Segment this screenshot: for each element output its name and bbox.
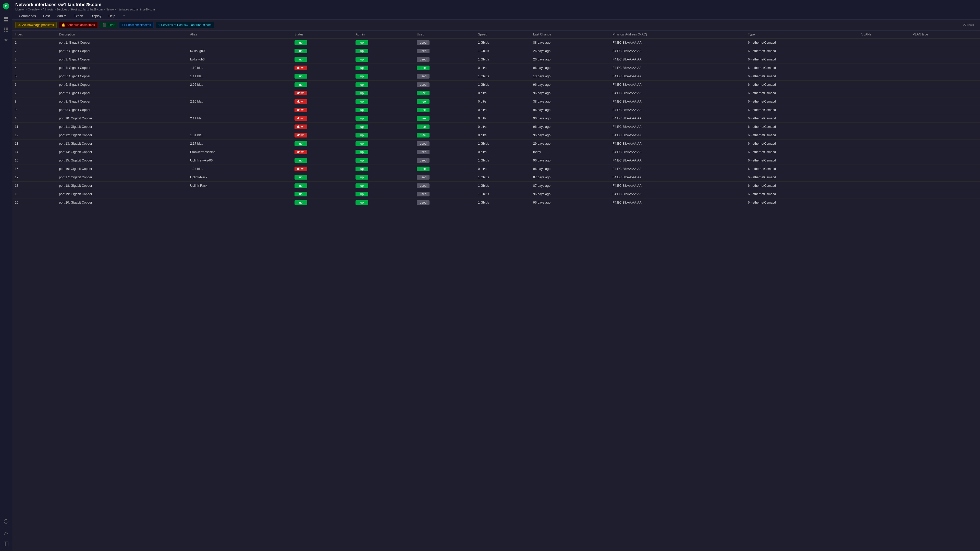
cell-last-change: 96 days ago	[531, 81, 610, 89]
cell-alias: 1.24 blau	[188, 165, 292, 173]
cell-vlans	[859, 72, 910, 81]
nav-host[interactable]: Host	[39, 13, 53, 19]
warning-icon: ⚠	[18, 23, 21, 27]
cell-vlan-type	[910, 97, 980, 106]
table-row[interactable]: 17 port 17: Gigabit Copper Uplink-Rack u…	[12, 173, 980, 182]
cell-description: port 6: Gigabit Copper	[56, 81, 188, 89]
schedule-btn[interactable]: 🔔 Schedule downtimes	[59, 22, 98, 28]
filter-btn[interactable]: ⬛ Filter	[100, 22, 118, 28]
cell-vlan-type	[910, 106, 980, 114]
cell-used: free	[414, 97, 476, 106]
cell-speed: 1 Gbit/s	[476, 190, 531, 198]
cell-status: up	[292, 156, 353, 165]
cell-type: 6 - ethernetCsmacd	[745, 106, 859, 114]
cell-speed: 0 bit/s	[476, 64, 531, 72]
col-index: Index	[12, 30, 56, 38]
table-container[interactable]: Index Description Alias Status Admin Use…	[12, 30, 980, 551]
cell-type: 6 - ethernetCsmacd	[745, 123, 859, 131]
svg-rect-12	[4, 30, 5, 32]
info-icon[interactable]: i	[2, 517, 10, 526]
nav-addto[interactable]: Add to	[53, 13, 70, 19]
cell-alias: Uplink-Rack	[188, 173, 292, 182]
svg-rect-4	[4, 20, 6, 21]
cell-last-change: today	[531, 148, 610, 156]
svg-rect-8	[7, 27, 8, 29]
table-row[interactable]: 18 port 18: Gigabit Copper Uplink-Rack u…	[12, 182, 980, 190]
cell-speed: 1 Gbit/s	[476, 47, 531, 56]
table-row[interactable]: 7 port 7: Gigabit Copper down up free 0 …	[12, 89, 980, 97]
nav-display[interactable]: Display	[87, 13, 105, 19]
table-row[interactable]: 8 port 8: Gigabit Copper 2.10 blau down …	[12, 97, 980, 106]
cell-index: 11	[12, 123, 56, 131]
cell-admin: up	[353, 56, 414, 64]
table-row[interactable]: 15 port 15: Gigabit Copper Uplink sw-ks-…	[12, 156, 980, 165]
settings-icon[interactable]	[2, 36, 10, 44]
table-row[interactable]: 9 port 9: Gigabit Copper down up free 0 …	[12, 106, 980, 114]
cell-vlans	[859, 198, 910, 207]
svg-rect-11	[7, 29, 8, 30]
cell-type: 6 - ethernetCsmacd	[745, 114, 859, 123]
checkboxes-btn[interactable]: ☐ Show checkboxes	[119, 22, 154, 28]
cell-index: 10	[12, 114, 56, 123]
logo[interactable]: C	[2, 2, 10, 10]
table-row[interactable]: 6 port 6: Gigabit Copper 2.05 blau up up…	[12, 81, 980, 89]
col-description: Description	[56, 30, 188, 38]
acknowledge-btn[interactable]: ⚠ Acknowledge problems	[15, 22, 57, 28]
table-row[interactable]: 16 port 16: Gigabit Copper 1.24 blau dow…	[12, 165, 980, 173]
cell-vlan-type	[910, 38, 980, 47]
cell-used: used	[414, 182, 476, 190]
cell-type: 6 - ethernetCsmacd	[745, 81, 859, 89]
table-row[interactable]: 4 port 4: Gigabit Copper 1.10 blau down …	[12, 64, 980, 72]
cell-index: 1	[12, 38, 56, 47]
table-row[interactable]: 3 port 3: Gigabit Copper fw-ks-igb3 up u…	[12, 56, 980, 64]
table-row[interactable]: 2 port 2: Gigabit Copper fw-ks-igb0 up u…	[12, 47, 980, 56]
table-row[interactable]: 20 port 20: Gigabit Copper up up used 1 …	[12, 198, 980, 207]
cell-status: down	[292, 165, 353, 173]
services-btn[interactable]: ℹ Services of Host sw1.lan.tribe29.com	[156, 22, 214, 28]
cell-type: 6 - ethernetCsmacd	[745, 47, 859, 56]
cell-last-change: 96 days ago	[531, 106, 610, 114]
grid-icon[interactable]	[2, 25, 10, 34]
user-icon[interactable]	[2, 529, 10, 537]
nav-commands[interactable]: Commands	[15, 13, 39, 19]
svg-point-18	[5, 531, 7, 533]
cell-mac: F4:EC:38:AA:AA:AA	[610, 140, 745, 148]
cell-used: free	[414, 106, 476, 114]
cell-used: used	[414, 156, 476, 165]
table-row[interactable]: 11 port 11: Gigabit Copper down up free …	[12, 123, 980, 131]
cell-used: free	[414, 131, 476, 140]
cell-mac: F4:EC:38:AA:AA:AA	[610, 114, 745, 123]
cell-status: down	[292, 64, 353, 72]
nav-export[interactable]: Export	[70, 13, 87, 19]
cell-used: used	[414, 190, 476, 198]
cell-mac: F4:EC:38:AA:AA:AA	[610, 182, 745, 190]
table-row[interactable]: 1 port 1: Gigabit Copper up up used 1 Gb…	[12, 38, 980, 47]
cell-alias: 1.01 blau	[188, 131, 292, 140]
nav-collapse[interactable]: ⌃	[119, 13, 129, 19]
sidebar-toggle-icon[interactable]	[2, 540, 10, 548]
cell-description: port 19: Gigabit Copper	[56, 190, 188, 198]
cell-vlans	[859, 47, 910, 56]
cell-type: 6 - ethernetCsmacd	[745, 156, 859, 165]
cell-status: up	[292, 72, 353, 81]
table-row[interactable]: 13 port 13: Gigabit Copper 2.17 blau up …	[12, 140, 980, 148]
cell-vlan-type	[910, 81, 980, 89]
table-row[interactable]: 12 port 12: Gigabit Copper 1.01 blau dow…	[12, 131, 980, 140]
nav-help[interactable]: Help	[105, 13, 119, 19]
table-row[interactable]: 5 port 5: Gigabit Copper 1.11 blau up up…	[12, 72, 980, 81]
cell-speed: 1 Gbit/s	[476, 72, 531, 81]
cell-used: free	[414, 64, 476, 72]
table-row[interactable]: 14 port 14: Gigabit Copper Frankiermasch…	[12, 148, 980, 156]
cell-mac: F4:EC:38:AA:AA:AA	[610, 156, 745, 165]
table-row[interactable]: 10 port 10: Gigabit Copper 2.11 blau dow…	[12, 114, 980, 123]
cell-vlan-type	[910, 89, 980, 97]
cell-vlans	[859, 131, 910, 140]
cell-mac: F4:EC:38:AA:AA:AA	[610, 131, 745, 140]
cell-last-change: 87 days ago	[531, 182, 610, 190]
dashboard-icon[interactable]	[2, 15, 10, 24]
cell-alias	[188, 198, 292, 207]
cell-last-change: 96 days ago	[531, 114, 610, 123]
cell-used: free	[414, 114, 476, 123]
table-row[interactable]: 19 port 19: Gigabit Copper up up used 1 …	[12, 190, 980, 198]
cell-alias: Uplink sw-ks-06	[188, 156, 292, 165]
